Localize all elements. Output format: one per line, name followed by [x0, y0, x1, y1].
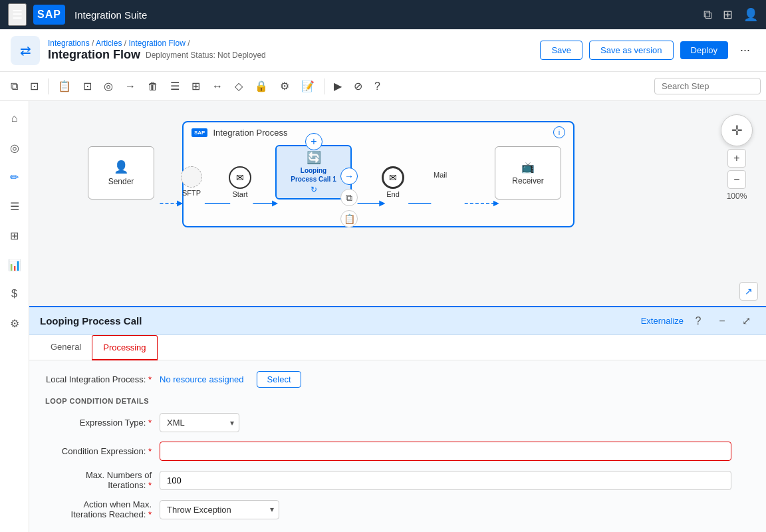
panel-header: Looping Process Call Externalize ? − ⤢ [29, 307, 766, 335]
float-copy-button[interactable]: ⧉ [340, 189, 358, 206]
main-area: ⌂ ◎ ✏ ☰ ⊞ 📊 $ ⚙ SAP Integration Process … [0, 101, 766, 532]
looping-refresh-icon: ↻ [311, 185, 317, 194]
copy-toolbar-button[interactable]: ⧉ [5, 76, 23, 96]
float-add-button[interactable]: + [305, 133, 322, 150]
float-arrow-button[interactable]: → [340, 168, 358, 185]
add-process-button[interactable]: 📋 [53, 76, 76, 96]
max-iterations-input[interactable] [160, 471, 731, 490]
header-title-group: Integrations / Articles / Integration Fl… [48, 39, 266, 62]
required-star-5: * [148, 509, 152, 519]
sap-logo: SAP [33, 5, 65, 25]
receiver-label: Receiver [512, 176, 543, 186]
stop-button[interactable]: ⊘ [348, 76, 368, 96]
receiver-icon: 📺 [521, 161, 535, 174]
sidebar-item-design[interactable]: ✏ [3, 165, 27, 189]
toolbar-separator-1 [48, 78, 49, 94]
externalize-button[interactable]: Externalize [641, 316, 684, 326]
float-paste-button[interactable]: 📋 [340, 210, 358, 227]
connector-button[interactable]: → [120, 76, 141, 96]
pool-button[interactable]: ⊡ [78, 76, 97, 96]
delete-button[interactable]: 🗑 [142, 76, 164, 96]
apps-grid-icon[interactable]: ⊞ [723, 7, 733, 22]
toolbar: ⧉ ⊡ 📋 ⊡ ◎ → 🗑 ☰ ⊞ ↔ ◇ 🔒 ⚙ 📝 ▶ ⊘ ? [0, 72, 766, 101]
search-step-input[interactable] [654, 78, 761, 94]
sftp-node[interactable]: SFTP [181, 166, 202, 197]
condition-expression-input[interactable] [160, 442, 731, 461]
sidebar-item-discover[interactable]: ◎ [3, 136, 27, 160]
gateway-button[interactable]: ◇ [229, 76, 248, 96]
lock-button[interactable]: 🔒 [249, 76, 273, 96]
integration-process-title: Integration Process [213, 128, 287, 138]
event-button[interactable]: ◎ [98, 76, 118, 96]
expression-type-select[interactable]: XML Non-XML [160, 413, 239, 432]
end-circle: ✉ [382, 166, 404, 189]
start-node[interactable]: ✉ Start [229, 166, 251, 198]
user-icon[interactable]: 👤 [743, 7, 758, 22]
sap-logo-text: SAP [37, 9, 61, 21]
end-label: End [386, 190, 400, 198]
help-toolbar-button[interactable]: ? [369, 76, 386, 96]
save-button[interactable]: Save [540, 41, 582, 60]
breadcrumb-integrations[interactable]: Integrations [48, 39, 90, 48]
hamburger-menu-button[interactable]: ☰ [8, 3, 27, 26]
zoom-in-button[interactable]: + [727, 149, 746, 168]
properties-button[interactable]: ☰ [165, 76, 185, 96]
panel-help-button[interactable]: ? [689, 312, 707, 331]
toolbar-separator-2 [324, 78, 324, 94]
start-icon: ✉ [236, 172, 244, 183]
receiver-box: 📺 Receiver [495, 146, 561, 200]
action-max-iterations-row: Action when Max.Iterations Reached: * Th… [45, 499, 750, 519]
breadcrumb-integration-flow[interactable]: Integration Flow [128, 39, 185, 48]
sftp-label: SFTP [182, 189, 201, 197]
action-label: Action when Max.Iterations Reached: * [45, 499, 152, 519]
save-version-button[interactable]: Save as version [589, 41, 674, 60]
max-iterations-label: Max. Numbers ofIterations: * [45, 470, 152, 490]
settings-toolbar-button[interactable]: ⚙ [275, 76, 295, 96]
condition-expression-label: Condition Expression: * [45, 446, 152, 456]
top-navigation: ☰ SAP Integration Suite ⧉ ⊞ 👤 [0, 0, 766, 29]
ip-sap-logo: SAP [192, 128, 207, 137]
required-star-3: * [148, 446, 152, 456]
page-title: Integration Flow [48, 48, 140, 62]
canvas[interactable]: SAP Integration Process i [29, 101, 766, 306]
required-star-2: * [148, 418, 152, 428]
zoom-level: 100% [727, 192, 747, 201]
panel-actions: Externalize ? − ⤢ [641, 312, 755, 331]
tabs-bar: General Processing [29, 335, 766, 360]
deploy-button[interactable]: Deploy [680, 41, 728, 59]
panel-expand-button[interactable]: ⤢ [737, 312, 755, 331]
bottom-panel: Looping Process Call Externalize ? − ⤢ G… [29, 306, 766, 532]
required-star-1: * [148, 374, 152, 384]
run-button[interactable]: ▶ [328, 76, 347, 96]
end-node[interactable]: ✉ End [382, 166, 404, 198]
sidebar-item-billing[interactable]: $ [3, 282, 27, 306]
copy-icon[interactable]: ⧉ [703, 8, 712, 22]
deployment-status: Deployment Status: Not Deployed [146, 51, 266, 60]
sidebar-item-monitor[interactable]: ☰ [3, 194, 27, 218]
fullscreen-button[interactable]: ↗ [739, 282, 758, 301]
compass-control[interactable]: ✛ [721, 114, 753, 146]
grid-button[interactable]: ⊞ [186, 76, 205, 96]
canvas-area: SAP Integration Process i [29, 101, 766, 532]
notes-button[interactable]: 📝 [296, 76, 320, 96]
looping-process-box[interactable]: 🔄 LoopingProcess Call 1 ↻ [275, 145, 352, 200]
sequence-flow-button[interactable]: ↔ [207, 76, 228, 96]
app-title: Integration Suite [74, 9, 147, 21]
panel-minimize-button[interactable]: − [713, 312, 731, 331]
tab-processing[interactable]: Processing [92, 335, 157, 360]
sidebar-item-configure[interactable]: ⊞ [3, 223, 27, 247]
ip-info-icon[interactable]: i [553, 126, 565, 138]
sidebar-item-home[interactable]: ⌂ [3, 106, 27, 130]
more-actions-button[interactable]: ··· [735, 41, 755, 60]
breadcrumb-articles[interactable]: Articles [96, 39, 122, 48]
zoom-out-button[interactable]: − [727, 170, 746, 189]
action-when-max-select[interactable]: Throw Exception End Process [160, 500, 279, 519]
tab-general[interactable]: General [40, 335, 92, 360]
local-integration-process-row: Local Integration Process: * No resource… [45, 371, 750, 388]
select-resource-button[interactable]: Select [257, 371, 301, 388]
paste-toolbar-button[interactable]: ⊡ [25, 76, 44, 96]
nav-controls: ✛ + − 100% [721, 114, 753, 201]
mail-label: Mail [434, 171, 447, 179]
sidebar-item-settings[interactable]: ⚙ [3, 311, 27, 335]
sidebar-item-analytics[interactable]: 📊 [3, 253, 27, 277]
